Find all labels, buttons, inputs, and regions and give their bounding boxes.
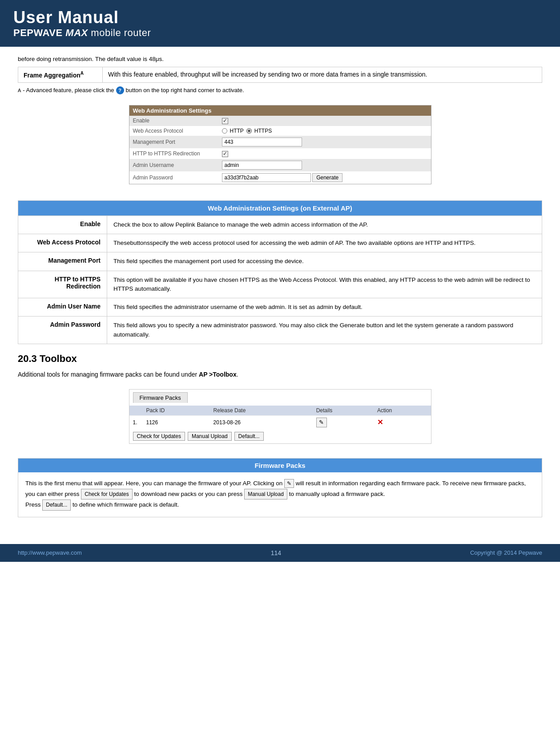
firmware-table: Pack ID Release Date Details Action 1. 1… [129,406,431,429]
model-name: MAX [65,27,88,38]
row-pack-id: 1126 [143,415,210,429]
row-release-date: 2013-08-26 [210,415,313,429]
web-admin-settings-screenshot: Web Administration Settings Enable Web A… [129,105,431,184]
ss-header: Web Administration Settings [129,106,431,116]
frame-aggregation-desc: With this feature enabled, throughput wi… [103,67,542,83]
fp-text6: to define which firmware pack is default… [73,501,179,508]
advanced-superscript: A [18,88,21,93]
ss-value: HTTP HTTPS [218,126,431,136]
header-subtitle: PEPWAVE MAX mobile router [13,27,547,39]
ss-value [218,148,431,159]
enable-checkbox[interactable] [222,118,228,124]
ss-value: 443 [218,136,431,148]
details-edit-button[interactable]: ✎ [316,418,327,427]
ss-label: Enable [129,116,218,126]
firmware-packs-section: Firmware Packs This is the first menu th… [18,458,542,517]
footer-copyright: Copyright @ 2014 Pepwave [470,549,542,556]
table-row: 1. 1126 2013-08-26 ✎ ✕ [129,415,431,429]
table-row: HTTP to HTTPS Redirection [129,148,431,159]
admin-password-input[interactable]: a33d3f7b2aab [222,173,311,182]
ss-label: Web Access Protocol [129,126,218,136]
fp-text4: to manually upload a firmware pack. [289,491,385,497]
main-content: before doing retransmission. The default… [0,47,560,535]
fp-edit-icon: ✎ [284,479,294,488]
page-header: User Manual PEPWAVE MAX mobile router [0,0,560,47]
fp-default-button[interactable]: Default... [42,499,71,510]
ss-value: a33d3f7b2aab Generate [218,171,431,184]
table-row: HTTP to HTTPSRedirection This option wil… [18,271,542,298]
advanced-note2-text: button on the top right hand corner to a… [126,87,244,93]
row-desc: Thesebuttonsspecify the web access proto… [107,234,542,252]
fp-check-updates-button[interactable]: Check for Updates [81,489,132,499]
firmware-packs-tab[interactable]: Firmware Packs [133,392,188,403]
row-label: HTTP to HTTPSRedirection [18,271,107,298]
ss-label: Admin Password [129,171,218,184]
col-num [129,406,143,416]
footer-url: http://www.pepwave.com [18,549,82,556]
col-action: Action [374,406,431,416]
top-text: before doing retransmission. The default… [18,56,542,62]
toolbox-intro: Additional tools for managing firmware p… [18,370,542,379]
col-details: Details [313,406,374,416]
table-row: Admin Username admin [129,159,431,171]
external-ap-section: Web Administration Settings (on External… [18,200,542,344]
table-row: Admin Password a33d3f7b2aab Generate [129,171,431,184]
row-desc: This field specifies the management port… [107,252,542,270]
row-label: Web Access Protocol [18,234,107,252]
external-ap-header: Web Administration Settings (on External… [18,201,542,215]
row-label: Admin Password [18,317,107,344]
ss-value: admin [218,159,431,171]
toolbox-heading: 20.3 Toolbox [18,353,542,365]
brand-name: PEPWAVE [13,27,63,38]
https-radio[interactable] [246,128,252,134]
row-desc: This field specifies the administrator u… [107,298,542,316]
header-title: User Manual [13,8,547,27]
col-release-date: Release Date [210,406,313,416]
row-desc: Check the box to allow Peplink Balance t… [107,216,542,234]
firmware-packs-body: This is the first menu that will appear.… [18,472,542,517]
row-label: Admin User Name [18,298,107,316]
advanced-icon: ? [116,86,124,94]
firmware-actions: Check for Updates Manual Upload Default.… [129,429,431,443]
https-redirect-checkbox[interactable] [222,151,228,157]
admin-username-input[interactable]: admin [222,161,302,170]
http-radio[interactable] [222,128,227,134]
col-pack-id: Pack ID [143,406,210,416]
ss-label: Admin Username [129,159,218,171]
table-row: Management Port 443 [129,136,431,148]
table-row: Web Access Protocol Thesebuttonsspecify … [18,234,542,252]
firmware-packs-header: Firmware Packs [18,459,542,472]
check-for-updates-button[interactable]: Check for Updates [133,432,185,441]
advanced-note: A - Advanced feature, please click the ?… [18,86,542,94]
fp-text5: Press [25,501,41,508]
row-label: Management Port [18,252,107,270]
row-desc: This field allows you to specify a new a… [107,317,542,344]
table-row: Web Access Protocol HTTP HTTPS [129,126,431,136]
table-row: Admin Password This field allows you to … [18,316,542,344]
generate-button[interactable]: Generate [312,173,342,182]
row-details: ✎ [313,415,374,429]
mgmt-port-input[interactable]: 443 [222,138,302,146]
ss-value [218,116,431,126]
delete-button[interactable]: ✕ [377,418,383,426]
fp-text1: This is the first menu that will appear.… [25,480,282,487]
frame-aggregation-table: Frame AggregationA With this feature ena… [18,67,542,83]
row-action: ✕ [374,415,431,429]
ss-label: Management Port [129,136,218,148]
row-desc: This option will be available if you hav… [107,271,542,298]
fp-manual-upload-button[interactable]: Manual Upload [244,489,287,499]
frame-aggregation-label: Frame AggregationA [18,67,103,83]
firmware-screenshot: Firmware Packs Pack ID Release Date Deta… [129,389,431,444]
manual-upload-button[interactable]: Manual Upload [188,432,232,441]
advanced-note-text: - Advanced feature, please click the [23,87,114,93]
ss-label: HTTP to HTTPS Redirection [129,148,218,159]
fp-text3: to download new packs or you can press [134,491,243,497]
table-row: Admin User Name This field specifies the… [18,298,542,316]
table-row: Management Port This field specifies the… [18,252,542,270]
page-footer: http://www.pepwave.com 114 Copyright @ 2… [0,544,560,562]
footer-page: 114 [271,549,281,556]
default-button[interactable]: Default... [234,432,264,441]
row-num: 1. [129,415,143,429]
table-row: Enable Check the box to allow Peplink Ba… [18,215,542,234]
row-label: Enable [18,216,107,234]
